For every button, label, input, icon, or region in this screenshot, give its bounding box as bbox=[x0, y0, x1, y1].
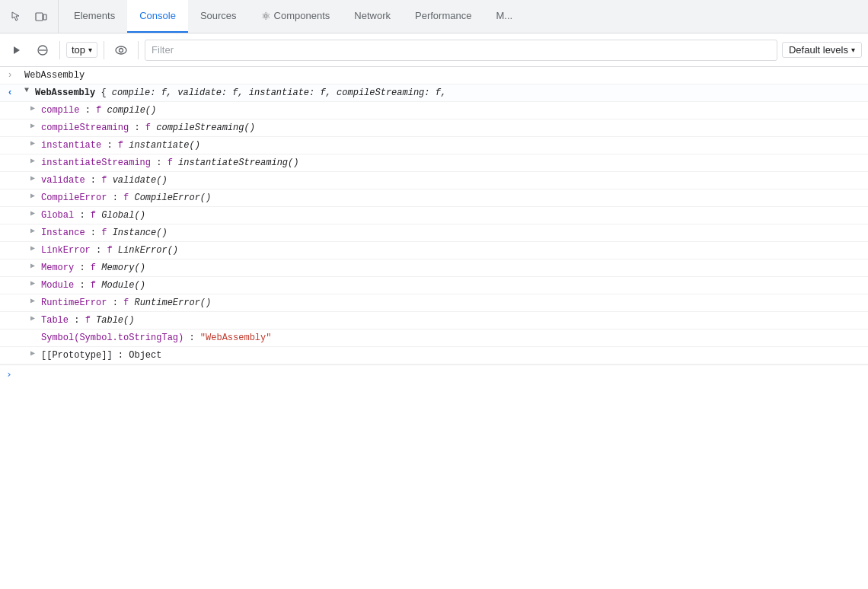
components-icon: ⚛ bbox=[261, 10, 271, 22]
webassembly-obj-label: WebAssembly bbox=[35, 88, 101, 98]
console-line-Module: Module : f Module() bbox=[41, 279, 862, 292]
devtools-icon-group bbox=[0, 0, 59, 33]
toolbar-separator-2 bbox=[104, 41, 104, 59]
tab-performance-label: Performance bbox=[415, 10, 471, 21]
expand-arrow-instantiateStreaming[interactable]: ▶ bbox=[30, 156, 40, 165]
clear-console-button[interactable] bbox=[32, 40, 53, 61]
list-item: ▶ instantiate : f instantiate() bbox=[0, 137, 868, 154]
expand-arrow-RuntimeError[interactable]: ▶ bbox=[30, 296, 40, 305]
webassembly-label: WebAssembly bbox=[24, 70, 85, 81]
default-levels-dropdown[interactable]: Default levels ▾ bbox=[782, 42, 862, 58]
console-line-instantiateStreaming: instantiateStreaming : f instantiateStre… bbox=[41, 156, 862, 170]
prop-label-Table: Table bbox=[41, 315, 69, 326]
prop-label-Memory: Memory bbox=[41, 263, 74, 273]
list-item: › WebAssembly bbox=[0, 67, 868, 84]
tab-more[interactable]: M... bbox=[483, 0, 525, 33]
webassembly-obj-brace: { bbox=[101, 88, 106, 98]
prop-label-LinkError: LinkError bbox=[41, 245, 91, 256]
tab-sources[interactable]: Sources bbox=[188, 0, 249, 33]
list-item: ▶ compile : f compile() bbox=[0, 102, 868, 119]
expand-arrow-compile[interactable]: ▶ bbox=[30, 103, 40, 113]
console-line-compileStreaming: compileStreaming : f compileStreaming() bbox=[41, 121, 862, 135]
expand-arrow-LinkError[interactable]: ▶ bbox=[30, 244, 40, 253]
webassembly-obj-content: compile: f, validate: f, instantiate: f,… bbox=[112, 88, 446, 98]
toolbar-separator-1 bbox=[59, 41, 60, 59]
list-item: ▶ RuntimeError : f RuntimeError() bbox=[0, 294, 868, 312]
tab-network[interactable]: Network bbox=[342, 0, 403, 33]
device-toggle-icon[interactable] bbox=[30, 6, 52, 27]
tab-sources-label: Sources bbox=[200, 10, 237, 21]
prop-label-compileStreaming: compileStreaming bbox=[41, 123, 129, 133]
list-item: ▶ Memory : f Memory() bbox=[0, 259, 868, 277]
svg-rect-0 bbox=[36, 13, 43, 21]
prop-value-prototype: Object bbox=[129, 350, 161, 361]
filter-area[interactable] bbox=[145, 40, 777, 61]
context-selector[interactable]: top ▾ bbox=[66, 42, 97, 58]
prop-label-RuntimeError: RuntimeError bbox=[41, 298, 107, 308]
filter-input[interactable] bbox=[145, 41, 777, 59]
console-prompt[interactable]: › bbox=[0, 365, 868, 383]
console-line-symbol: Symbol(Symbol.toStringTag) : "WebAssembl… bbox=[41, 331, 862, 345]
row-gutter-result: ‹ bbox=[0, 86, 24, 98]
prop-label-Global: Global bbox=[41, 210, 74, 221]
console-input[interactable] bbox=[18, 369, 862, 380]
expand-arrow-Module[interactable]: ▶ bbox=[30, 279, 40, 288]
context-chevron-icon: ▾ bbox=[88, 46, 92, 54]
list-item: ▶ instantiateStreaming : f instantiateSt… bbox=[0, 154, 868, 172]
eye-icon-button[interactable] bbox=[110, 40, 132, 61]
console-toolbar: top ▾ Default levels ▾ bbox=[0, 33, 868, 67]
svg-marker-2 bbox=[14, 46, 20, 54]
list-item: ▶ Module : f Module() bbox=[0, 277, 868, 294]
list-item: ▶ LinkError : f LinkError() bbox=[0, 242, 868, 259]
expand-arrow-prototype[interactable]: ▶ bbox=[30, 349, 40, 358]
expand-arrow-Instance[interactable]: ▶ bbox=[30, 226, 40, 235]
svg-rect-1 bbox=[43, 14, 46, 20]
prop-label-Instance: Instance bbox=[41, 228, 85, 238]
tab-elements[interactable]: Elements bbox=[62, 0, 127, 33]
context-label: top bbox=[72, 44, 85, 56]
prop-label-Module: Module bbox=[41, 280, 74, 291]
expand-arrow-compileStreaming[interactable]: ▶ bbox=[30, 121, 40, 130]
tab-performance[interactable]: Performance bbox=[403, 0, 483, 33]
console-line-instantiate: instantiate : f instantiate() bbox=[41, 138, 862, 152]
expand-arrow-Table[interactable]: ▶ bbox=[30, 314, 40, 323]
expand-arrow-instantiate[interactable]: ▶ bbox=[30, 138, 40, 148]
svg-point-6 bbox=[120, 48, 123, 52]
console-line-validate: validate : f validate() bbox=[41, 174, 862, 187]
expand-arrow-validate[interactable]: ▶ bbox=[30, 174, 40, 183]
cursor-icon[interactable] bbox=[6, 6, 27, 27]
toolbar-separator-3 bbox=[138, 41, 139, 59]
tab-components[interactable]: ⚛ Components bbox=[249, 0, 343, 33]
tab-bar: Elements Console Sources ⚛ Components Ne… bbox=[0, 0, 868, 33]
list-item: ▶ CompileError : f CompileError() bbox=[0, 189, 868, 207]
tab-more-label: M... bbox=[496, 10, 512, 21]
console-output: › WebAssembly ‹ ▼ WebAssembly { compile:… bbox=[0, 67, 868, 589]
prop-label-instantiate: instantiate bbox=[41, 140, 101, 151]
run-script-button[interactable] bbox=[6, 40, 27, 61]
expand-arrow-webassembly[interactable]: ▼ bbox=[24, 86, 34, 94]
main-layout: top ▾ Default levels ▾ › WebAssembly bbox=[0, 33, 868, 589]
console-line-CompileError: CompileError : f CompileError() bbox=[41, 191, 862, 205]
list-item: ▶ Table : f Table() bbox=[0, 312, 868, 330]
levels-chevron-icon: ▾ bbox=[851, 46, 855, 54]
prop-label-instantiateStreaming: instantiateStreaming bbox=[41, 158, 151, 168]
list-item: ‹ ▼ WebAssembly { compile: f, validate: … bbox=[0, 84, 868, 102]
expand-arrow-Memory[interactable]: ▶ bbox=[30, 261, 40, 270]
expand-arrow-CompileError[interactable]: ▶ bbox=[30, 191, 40, 200]
prop-label-prototype: [[Prototype]] bbox=[41, 350, 113, 361]
list-item: ▶ validate : f validate() bbox=[0, 172, 868, 189]
tab-console[interactable]: Console bbox=[127, 0, 188, 33]
list-item: ▶ Instance : f Instance() bbox=[0, 224, 868, 242]
console-line-LinkError: LinkError : f LinkError() bbox=[41, 244, 862, 257]
svg-point-5 bbox=[116, 46, 126, 54]
console-line-prototype: [[Prototype]] : Object bbox=[41, 349, 862, 362]
prop-label-validate: validate bbox=[41, 175, 85, 186]
tab-network-label: Network bbox=[354, 10, 391, 21]
console-line: WebAssembly bbox=[24, 68, 862, 82]
expand-arrow-Global[interactable]: ▶ bbox=[30, 209, 40, 218]
console-line-RuntimeError: RuntimeError : f RuntimeError() bbox=[41, 296, 862, 310]
console-line-Instance: Instance : f Instance() bbox=[41, 226, 862, 240]
tab-console-label: Console bbox=[139, 10, 176, 21]
list-item: ▶ compileStreaming : f compileStreaming(… bbox=[0, 119, 868, 137]
list-item: ▶ Global : f Global() bbox=[0, 207, 868, 224]
